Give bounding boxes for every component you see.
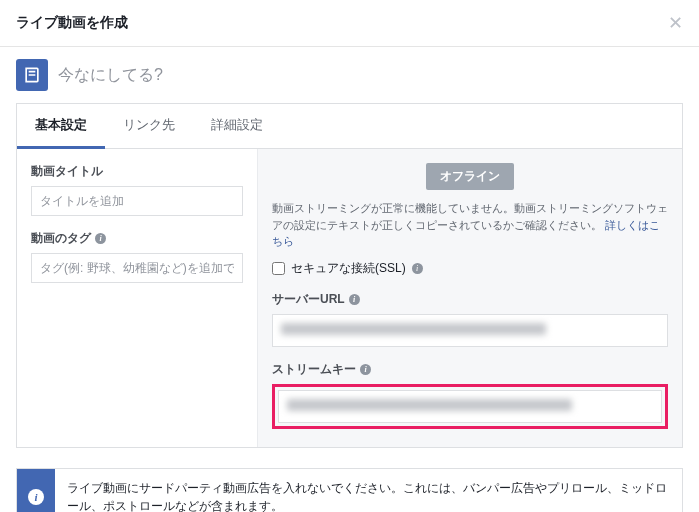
left-column: 動画タイトル 動画のタグ i xyxy=(17,149,257,447)
info-icon[interactable]: i xyxy=(360,364,371,375)
tab-basic[interactable]: 基本設定 xyxy=(17,104,105,149)
right-column: オフライン 動画ストリーミングが正常に機能していません。動画ストリーミングソフト… xyxy=(257,149,682,447)
offline-badge: オフライン xyxy=(426,163,514,190)
tab-advanced[interactable]: 詳細設定 xyxy=(193,104,281,148)
composer-row: 今なにしてる? xyxy=(0,47,699,103)
server-url-value[interactable] xyxy=(272,314,668,347)
video-tag-label: 動画のタグ i xyxy=(31,230,243,247)
server-url-label: サーバーURL i xyxy=(272,291,668,308)
close-icon[interactable]: ✕ xyxy=(668,12,683,34)
book-icon xyxy=(22,65,42,85)
secure-ssl-checkbox[interactable] xyxy=(272,262,285,275)
tab-link[interactable]: リンク先 xyxy=(105,104,193,148)
avatar xyxy=(16,59,48,91)
info-icon[interactable]: i xyxy=(349,294,360,305)
dialog-title: ライブ動画を作成 xyxy=(16,14,128,32)
settings-panel: 基本設定 リンク先 詳細設定 動画タイトル 動画のタグ i オフライン 動画スト… xyxy=(16,103,683,448)
video-tag-input[interactable] xyxy=(31,253,243,283)
status-placeholder[interactable]: 今なにしてる? xyxy=(58,65,163,86)
info-icon[interactable]: i xyxy=(412,263,423,274)
video-title-input[interactable] xyxy=(31,186,243,216)
stream-warning: 動画ストリーミングが正常に機能していません。動画ストリーミングソフトウェアの設定… xyxy=(272,200,668,250)
notice-box: i ライブ動画にサードパーティ動画広告を入れないでください。これには、バンパー広… xyxy=(16,468,683,513)
dialog-header: ライブ動画を作成 ✕ xyxy=(0,0,699,47)
notice-text: ライブ動画にサードパーティ動画広告を入れないでください。これには、バンパー広告や… xyxy=(55,469,682,513)
tabs: 基本設定 リンク先 詳細設定 xyxy=(17,104,682,149)
stream-key-highlight xyxy=(272,384,668,429)
notice-icon-wrap: i xyxy=(17,469,55,513)
info-icon: i xyxy=(28,489,44,505)
video-title-label: 動画タイトル xyxy=(31,163,243,180)
stream-key-value[interactable] xyxy=(278,390,662,423)
secure-ssl-row: セキュアな接続(SSL) i xyxy=(272,260,668,277)
stream-key-label: ストリームキー i xyxy=(272,361,668,378)
info-icon[interactable]: i xyxy=(95,233,106,244)
secure-ssl-label: セキュアな接続(SSL) xyxy=(291,260,406,277)
